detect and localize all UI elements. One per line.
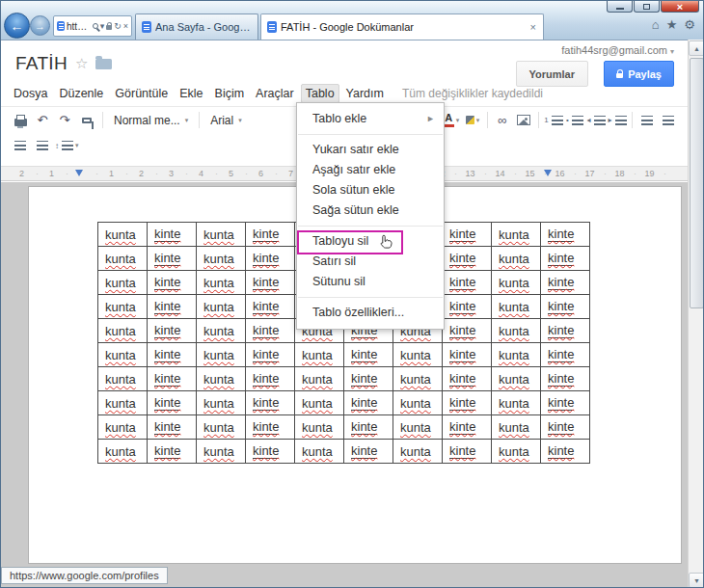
paint-format-button[interactable] [77,110,96,131]
align-right-button[interactable] [33,135,52,156]
table-cell[interactable]: kinte [443,415,492,440]
favorites-star-icon[interactable]: ★ [666,17,678,32]
align-left-button[interactable] [637,110,657,131]
table-cell[interactable]: kunta [492,343,541,367]
table-cell[interactable]: kinte [148,319,197,343]
align-center-button[interactable] [659,110,678,131]
table-cell[interactable]: kinte [148,440,197,464]
menu-item-sağa-sütun-ekle[interactable]: Sağa sütun ekle [297,200,444,221]
bulleted-list-button[interactable]: • [565,110,584,131]
table-cell[interactable]: kinte [246,343,295,367]
table-cell[interactable]: kinte [246,319,295,343]
table-cell[interactable]: kinte [443,319,492,343]
table-cell[interactable]: kunta [197,367,246,391]
insert-link-button[interactable]: ∞ [493,110,512,131]
menu-item-sola-sütun-ekle[interactable]: Sola sütun ekle [297,180,444,200]
table-cell[interactable]: kinte [246,271,295,295]
table-cell[interactable]: kinte [443,223,492,247]
table-cell[interactable]: kunta [197,391,246,415]
menu-item-satırı-sil[interactable]: Satırı sil [297,252,444,272]
line-spacing-button[interactable]: ↕ ▾ [55,135,79,156]
table-cell[interactable]: kinte [246,440,295,464]
table-cell[interactable]: kinte [148,367,197,391]
align-justify-button[interactable] [11,135,30,156]
menubar-item-tablo[interactable]: Tablo [301,84,339,103]
table-cell[interactable]: kinte [246,295,295,319]
table-cell[interactable]: kunta [98,295,148,319]
table-cell[interactable]: kunta [197,295,246,319]
table-cell[interactable]: kinte [541,440,590,464]
table-cell[interactable]: kunta [98,319,148,343]
table-cell[interactable]: kunta [295,343,344,367]
right-indent-marker[interactable] [544,170,552,176]
table-cell[interactable]: kunta [492,271,541,295]
menubar-item-görüntüle[interactable]: Görüntüle [110,84,173,103]
browser-tab[interactable]: Ana Sayfa - Google Dokümanlar [135,13,258,40]
back-button[interactable]: ← [4,13,30,39]
table-cell[interactable]: kunta [197,271,246,295]
table-cell[interactable]: kunta [295,391,344,415]
menu-item-tablo-özellikleri-[interactable]: Tablo özellikleri... [297,303,444,323]
search-icon[interactable] [93,23,98,29]
menubar-item-araçlar[interactable]: Araçlar [251,84,299,103]
table-cell[interactable]: kunta [98,391,148,415]
table-cell[interactable]: kinte [541,391,590,415]
settings-gear-icon[interactable]: ⚙ [684,17,695,32]
table-cell[interactable]: kunta [393,367,443,391]
stop-icon[interactable]: × [123,21,128,31]
table-cell[interactable]: kunta [393,415,443,440]
menu-item-tablo-ekle[interactable]: Tablo ekle► [297,109,444,129]
tab-close-icon[interactable]: × [529,21,537,33]
table-cell[interactable]: kunta [197,223,246,247]
share-button[interactable]: Paylaş [604,61,674,87]
table-cell[interactable]: kinte [148,343,197,367]
table-cell[interactable]: kunta [197,247,246,271]
table-cell[interactable]: kinte [541,343,590,367]
table-cell[interactable]: kinte [246,391,295,415]
table-cell[interactable]: kunta [98,223,148,247]
table-cell[interactable]: kinte [541,367,590,391]
url-text[interactable]: https://docs.goo [67,21,91,32]
table-cell[interactable]: kinte [344,367,393,391]
numbered-list-button[interactable]: 1 [544,110,563,131]
table-cell[interactable]: kinte [344,415,393,440]
table-cell[interactable]: kinte [443,440,492,464]
table-cell[interactable]: kunta [295,367,344,391]
table-cell[interactable]: kinte [246,247,295,271]
browser-tab[interactable]: FATİH - Google Dokümanlar× [260,13,544,40]
table-cell[interactable]: kunta [393,391,443,415]
table-cell[interactable]: kinte [541,319,590,343]
forward-button[interactable]: → [30,15,50,36]
redo-button[interactable]: ↷ [55,110,74,131]
table-cell[interactable]: kunta [492,391,541,415]
menubar-item-düzenle[interactable]: Düzenle [54,84,108,103]
undo-button[interactable]: ↶ [33,110,52,131]
table-cell[interactable]: kunta [492,223,541,247]
table-cell[interactable]: kinte [148,295,197,319]
table-cell[interactable]: kinte [148,223,197,247]
font-dropdown[interactable]: Arial ▾ [205,114,247,127]
window-minimize-button[interactable] [607,1,633,13]
table-cell[interactable]: kunta [197,319,246,343]
table-cell[interactable]: kinte [344,440,393,464]
menu-item-tabloyu-sil[interactable]: Tabloyu sil [297,231,444,252]
left-indent-marker[interactable] [75,170,83,176]
table-cell[interactable]: kinte [148,271,197,295]
table-cell[interactable]: kunta [98,367,148,391]
menubar-item-yardım[interactable]: Yardım [341,84,389,103]
window-close-button[interactable]: × [661,1,699,13]
scrollbar-thumb[interactable] [690,58,704,308]
table-cell[interactable]: kunta [393,440,443,464]
table-cell[interactable]: kinte [344,391,393,415]
account-email[interactable]: fatih44srg@gmail.com ▾ [561,44,674,56]
home-icon[interactable]: ⌂ [652,17,660,32]
table-cell[interactable]: kunta [295,415,344,440]
table-cell[interactable]: kinte [443,367,492,391]
table-cell[interactable]: kunta [197,440,246,464]
menubar-item-biçim[interactable]: Biçim [210,84,250,103]
table-cell[interactable]: kinte [541,271,590,295]
table-cell[interactable]: kunta [98,247,148,271]
table-cell[interactable]: kinte [443,343,492,367]
table-cell[interactable]: kunta [98,415,148,440]
address-bar[interactable]: https://docs.goo ▾ ↻ × [53,15,132,37]
